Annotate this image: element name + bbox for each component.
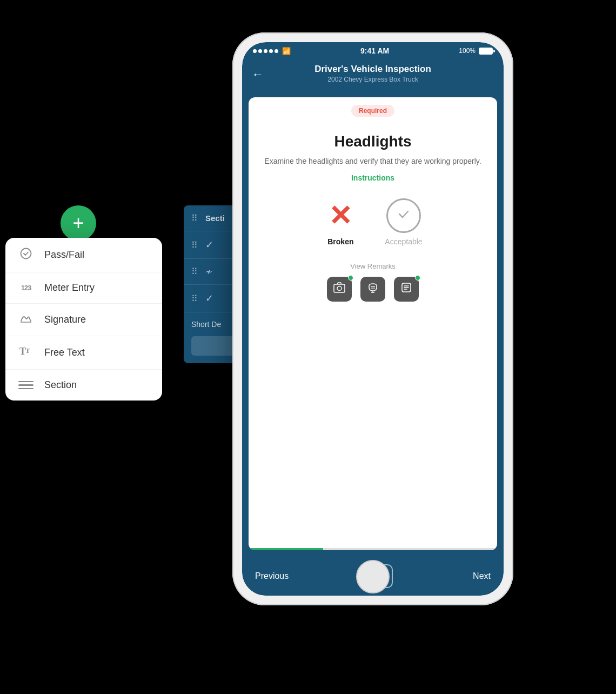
- choices-row: ✕ Broken: [323, 198, 422, 246]
- svg-point-5: [337, 286, 342, 291]
- popup-item-pass-fail[interactable]: Pass/Fail: [5, 238, 162, 272]
- status-left: 📶: [253, 47, 291, 55]
- lines-icon-inner: [18, 380, 34, 391]
- nav-subtitle: 2002 Chevy Express Box Truck: [253, 76, 493, 83]
- phone-content: Required Headlights Examine the headligh…: [242, 91, 504, 596]
- phone-screen: 📶 9:41 AM 100% ← Driver's Vehicle Inspec…: [242, 42, 504, 596]
- progress-bar: [249, 548, 497, 550]
- next-button[interactable]: Next: [473, 571, 491, 581]
- audio-button[interactable]: [360, 277, 385, 302]
- acceptable-icon: [386, 198, 421, 233]
- drag-handle-icon: ⠿: [191, 213, 199, 223]
- signal-dot-2: [258, 49, 262, 53]
- popup-menu: Pass/Fail 123 Meter Entry Signature T T …: [5, 238, 162, 401]
- x-mark-icon: ✕: [329, 202, 352, 230]
- nav-title: Driver's Vehicle Inspection: [253, 64, 493, 75]
- popup-item-section[interactable]: Section: [5, 370, 162, 401]
- add-button[interactable]: +: [61, 205, 96, 241]
- status-right: 100%: [459, 47, 493, 55]
- back-button[interactable]: ←: [252, 68, 264, 82]
- signature-icon: [18, 313, 34, 326]
- drag-dots-icon-3: ⠿: [191, 293, 199, 304]
- item-title: Headlights: [334, 133, 411, 150]
- note-icon: [400, 282, 412, 297]
- progress-fill: [249, 548, 323, 550]
- choice-broken[interactable]: ✕ Broken: [323, 198, 358, 246]
- check-icon-2: ✓: [205, 292, 213, 304]
- free-text-icon: T T: [18, 346, 34, 359]
- status-bar: 📶 9:41 AM 100%: [242, 42, 504, 58]
- check-icon-1: ✓: [205, 239, 213, 251]
- drag-dots-icon-2: ⠿: [191, 266, 199, 277]
- popup-item-signature[interactable]: Signature: [5, 304, 162, 336]
- meter-entry-icon: 123: [18, 284, 34, 292]
- acceptable-label: Acceptable: [385, 237, 422, 246]
- note-green-dot: [415, 275, 420, 281]
- svg-point-0: [21, 249, 31, 259]
- inspection-card: Required Headlights Examine the headligh…: [249, 97, 497, 550]
- phone-inner: 📶 9:41 AM 100% ← Driver's Vehicle Inspec…: [242, 42, 504, 596]
- phone-device: 📶 9:41 AM 100% ← Driver's Vehicle Inspec…: [232, 32, 513, 605]
- bg-panel-title: Secti: [205, 213, 225, 223]
- free-text-label: Free Text: [44, 347, 85, 358]
- popup-item-meter-entry[interactable]: 123 Meter Entry: [5, 272, 162, 304]
- audio-icon: [367, 282, 379, 297]
- signal-dot-5: [274, 49, 278, 53]
- section-label: Section: [44, 379, 77, 391]
- previous-button[interactable]: Previous: [255, 571, 289, 581]
- pass-fail-label: Pass/Fail: [44, 249, 84, 261]
- meter-entry-label: Meter Entry: [44, 282, 95, 293]
- photo-icon: [333, 282, 345, 297]
- view-remarks-label: View Remarks: [350, 262, 396, 270]
- remarks-icons: [327, 277, 419, 302]
- broken-label: Broken: [327, 237, 353, 246]
- plus-icon: +: [72, 213, 84, 233]
- battery-icon: [479, 48, 493, 55]
- required-badge: Required: [351, 105, 394, 117]
- popup-item-free-text[interactable]: T T Free Text: [5, 336, 162, 370]
- drag-dots-icon: ⠿: [191, 240, 199, 250]
- nav-header: ← Driver's Vehicle Inspection 2002 Chevy…: [242, 58, 504, 91]
- note-button[interactable]: [394, 277, 419, 302]
- section-icon: [18, 380, 34, 391]
- instructions-link[interactable]: Instructions: [351, 174, 394, 182]
- item-description: Examine the headlights and verify that t…: [264, 156, 481, 167]
- svg-rect-4: [334, 284, 345, 292]
- status-time: 9:41 AM: [360, 46, 389, 55]
- broken-icon: ✕: [323, 198, 358, 233]
- photo-green-dot: [348, 275, 353, 281]
- signature-label: Signature: [44, 314, 86, 325]
- card-body: Headlights Examine the headlights and ve…: [249, 97, 497, 548]
- signal-dot-3: [264, 49, 267, 53]
- battery-text: 100%: [459, 47, 476, 55]
- home-button[interactable]: [356, 560, 390, 593]
- choice-acceptable[interactable]: Acceptable: [385, 198, 422, 246]
- signal-dot-1: [253, 49, 257, 53]
- signature-icon-1: ≁: [205, 266, 212, 277]
- photo-button[interactable]: [327, 277, 352, 302]
- signal-dot-4: [269, 49, 273, 53]
- check-icon: [396, 206, 412, 226]
- pass-fail-icon: [18, 248, 34, 262]
- wifi-icon: 📶: [282, 47, 291, 55]
- svg-text:T: T: [25, 346, 30, 355]
